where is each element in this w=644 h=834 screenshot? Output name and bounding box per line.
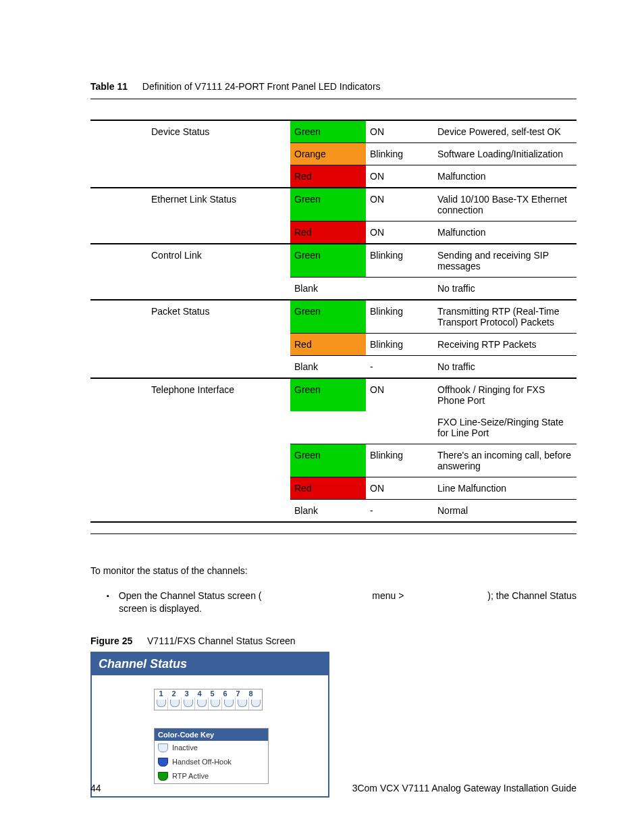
led-desc: Line Malfunction [433,477,576,500]
port-icon[interactable] [155,698,168,710]
led-desc: FXO Line-Seize/Ringing State for Line Po… [433,411,576,444]
led-state: - [366,500,433,523]
led-desc: Offhook / Ringing for FXS Phone Port [433,378,576,411]
legend-label: Handset Off-Hook [172,758,232,766]
port-icon[interactable] [182,698,195,710]
legend-swatch-icon [158,772,168,781]
led-indicator-table: Device StatusGreenONDevice Powered, self… [90,120,576,523]
led-desc: Device Powered, self-test OK [433,120,576,143]
port-number: 7 [232,689,244,698]
led-color: Blank [290,500,366,523]
led-color: Green [290,444,366,477]
led-state: ON [366,120,433,143]
port-number: 6 [219,689,232,698]
led-color: Red [290,477,366,500]
port-icon[interactable] [168,698,182,710]
led-color: Green [290,300,366,334]
legend-label: RTP Active [172,772,209,780]
led-desc: There's an incoming call, before answeri… [433,444,576,477]
doc-title: 3Com VCX V7111 Analog Gateway Installati… [352,783,576,793]
table-caption: Table 11 Definition of V7111 24-PORT Fro… [90,81,576,92]
led-desc: Transmitting RTP (Real-Time Transport Pr… [433,300,576,334]
channel-status-panel: Channel Status 12345678 Color-Code Key I… [90,652,329,798]
group-name: Device Status [90,120,290,188]
figure-caption: Figure 25 V7111/FXS Channel Status Scree… [90,635,576,646]
legend-swatch-icon [158,758,168,766]
legend-row: Handset Off-Hook [155,755,268,769]
port-number: 2 [167,689,180,698]
led-color: Green [290,120,366,143]
led-state: ON [366,165,433,188]
led-color: Green [290,244,366,278]
led-state [366,278,433,301]
legend-row: Inactive [155,741,268,755]
led-color: Blank [290,356,366,379]
bullet-item: Open the Channel Status screen ( menu > … [119,590,576,615]
led-state: Blinking [366,143,433,165]
led-desc: Normal [433,500,576,523]
led-desc: Receiving RTP Packets [433,334,576,356]
bullet-list: Open the Channel Status screen ( menu > … [107,590,576,615]
port-number: 5 [206,689,219,698]
figure-label: Figure 25 [90,635,132,646]
port-icon[interactable] [236,698,249,710]
led-color: Orange [290,143,366,165]
led-desc: Valid 10/100 Base-TX Ethernet connection [433,188,576,221]
led-state: ON [366,221,433,244]
port-number: 1 [155,689,167,698]
intro-text: To monitor the status of the channels: [90,565,576,576]
legend-box: Color-Code Key InactiveHandset Off-HookR… [154,728,269,784]
port-number: 8 [244,689,257,698]
led-color: Red [290,334,366,356]
led-state: ON [366,188,433,221]
port-icon[interactable] [209,698,222,710]
channel-status-header: Channel Status [92,653,328,675]
led-desc: Malfunction [433,221,576,244]
table-label: Table 11 [90,81,128,92]
port-number: 4 [193,689,206,698]
group-name: Ethernet Link Status [90,188,290,244]
led-desc: Malfunction [433,165,576,188]
led-color: Green [290,378,366,411]
led-state: Blinking [366,244,433,278]
led-desc: Software Loading/Initialization [433,143,576,165]
legend-row: RTP Active [155,769,268,783]
led-color: Red [290,165,366,188]
port-icon[interactable] [249,698,262,710]
port-row: 12345678 [154,689,263,710]
group-name: Packet Status [90,300,290,378]
group-name: Telephone Interface [90,378,290,522]
figure-title: V7111/FXS Channel Status Screen [147,635,295,646]
led-state: Blinking [366,334,433,356]
table-end-rule [90,533,576,534]
led-desc: No traffic [433,356,576,379]
led-state: Blinking [366,300,433,334]
port-icon[interactable] [222,698,236,710]
port-icon[interactable] [195,698,209,710]
led-desc: No traffic [433,278,576,301]
led-state: Blinking [366,444,433,477]
legend-label: Inactive [172,744,198,752]
legend-swatch-icon [158,744,168,752]
page-footer: 44 3Com VCX V7111 Analog Gateway Install… [90,783,576,793]
led-desc: Sending and receiving SIP messages [433,244,576,278]
legend-header: Color-Code Key [155,729,268,741]
led-color: Red [290,221,366,244]
led-color: Blank [290,278,366,301]
page-number: 44 [90,783,101,793]
led-state: ON [366,378,433,411]
port-number: 3 [180,689,193,698]
caption-rule [90,99,576,99]
led-color: Green [290,188,366,221]
table-title: Definition of V7111 24-PORT Front Panel … [142,81,381,92]
group-name: Control Link [90,244,290,300]
led-state: ON [366,477,433,500]
led-state: - [366,356,433,379]
